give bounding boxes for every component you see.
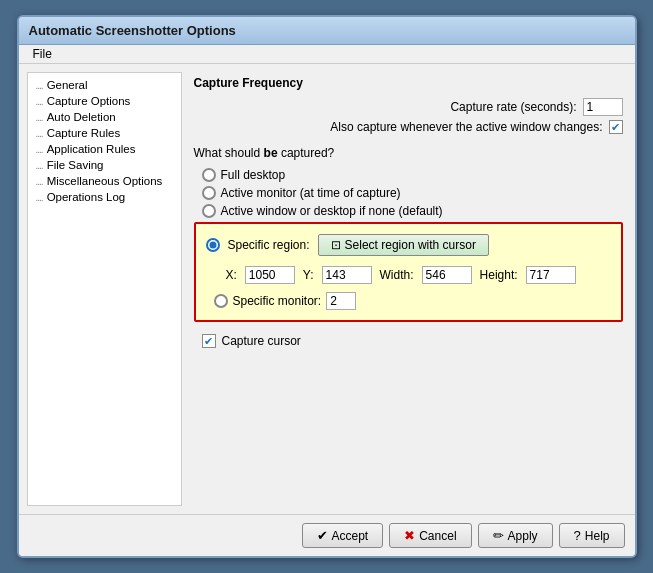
capture-rate-row: Capture rate (seconds): xyxy=(194,98,623,116)
radio-specific-region-label: Specific region: xyxy=(228,238,310,252)
capture-cursor-row: ✔ Capture cursor xyxy=(194,334,623,348)
main-panel: Capture Frequency Capture rate (seconds)… xyxy=(190,72,627,506)
radio-specific-monitor-input[interactable] xyxy=(214,294,228,308)
radio-active-monitor-label: Active monitor (at time of capture) xyxy=(221,186,401,200)
radio-specific-region-input[interactable] xyxy=(206,238,220,252)
menu-bar: File xyxy=(19,45,635,64)
y-input[interactable] xyxy=(322,266,372,284)
sidebar: General Capture Options Auto Deletion Ca… xyxy=(27,72,182,506)
sidebar-item-operations-log[interactable]: Operations Log xyxy=(28,189,181,205)
cancel-label: Cancel xyxy=(419,529,456,543)
dialog: Automatic Screenshotter Options File Gen… xyxy=(17,15,637,558)
radio-full-desktop[interactable]: Full desktop xyxy=(194,168,623,182)
help-label: Help xyxy=(585,529,610,543)
select-region-button[interactable]: ⊡ Select region with cursor xyxy=(318,234,489,256)
accept-label: Accept xyxy=(332,529,369,543)
x-input[interactable] xyxy=(245,266,295,284)
sidebar-label-auto-deletion: Auto Deletion xyxy=(47,111,116,123)
sidebar-item-file-saving[interactable]: File Saving xyxy=(28,157,181,173)
capture-cursor-checkbox[interactable]: ✔ xyxy=(202,334,216,348)
also-capture-row: Also capture whenever the active window … xyxy=(194,120,623,134)
also-capture-label: Also capture whenever the active window … xyxy=(330,120,602,134)
specific-monitor-row: Specific monitor: xyxy=(206,292,611,310)
accept-icon: ✔ xyxy=(317,528,328,543)
what-captured-label: What should be captured? xyxy=(194,146,623,160)
sidebar-label-general: General xyxy=(47,79,88,91)
help-icon: ? xyxy=(574,528,581,543)
title-bar: Automatic Screenshotter Options xyxy=(19,17,635,45)
sidebar-item-misc-options[interactable]: Miscellaneous Options xyxy=(28,173,181,189)
capture-rate-label: Capture rate (seconds): xyxy=(450,100,576,114)
content-area: General Capture Options Auto Deletion Ca… xyxy=(19,64,635,514)
region-icon: ⊡ xyxy=(331,238,341,252)
highlighted-region-box: Specific region: ⊡ Select region with cu… xyxy=(194,222,623,322)
apply-icon: ✏ xyxy=(493,528,504,543)
capture-frequency-title: Capture Frequency xyxy=(194,76,623,90)
x-label: X: xyxy=(226,268,237,282)
apply-label: Apply xyxy=(508,529,538,543)
radio-active-monitor[interactable]: Active monitor (at time of capture) xyxy=(194,186,623,200)
radio-active-monitor-input[interactable] xyxy=(202,186,216,200)
cancel-button[interactable]: ✖ Cancel xyxy=(389,523,471,548)
sidebar-label-file-saving: File Saving xyxy=(47,159,104,171)
width-input[interactable] xyxy=(422,266,472,284)
monitor-input[interactable] xyxy=(326,292,356,310)
sidebar-label-application-rules: Application Rules xyxy=(47,143,136,155)
accept-button[interactable]: ✔ Accept xyxy=(302,523,384,548)
radio-full-desktop-label: Full desktop xyxy=(221,168,286,182)
coords-row: X: Y: Width: Height: xyxy=(206,266,611,284)
sidebar-item-capture-rules[interactable]: Capture Rules xyxy=(28,125,181,141)
sidebar-label-operations-log: Operations Log xyxy=(47,191,126,203)
height-input[interactable] xyxy=(526,266,576,284)
sidebar-item-general[interactable]: General xyxy=(28,77,181,93)
cancel-icon: ✖ xyxy=(404,528,415,543)
select-region-btn-label: Select region with cursor xyxy=(345,238,476,252)
width-label: Width: xyxy=(380,268,414,282)
specific-monitor-label: Specific monitor: xyxy=(233,294,322,308)
height-label: Height: xyxy=(480,268,518,282)
dialog-title: Automatic Screenshotter Options xyxy=(29,23,236,38)
radio-active-window-label: Active window or desktop if none (defaul… xyxy=(221,204,443,218)
sidebar-label-capture-rules: Capture Rules xyxy=(47,127,121,139)
capture-cursor-label: Capture cursor xyxy=(222,334,301,348)
radio-active-window-input[interactable] xyxy=(202,204,216,218)
sidebar-item-capture-options[interactable]: Capture Options xyxy=(28,93,181,109)
apply-button[interactable]: ✏ Apply xyxy=(478,523,553,548)
capture-rate-input[interactable] xyxy=(583,98,623,116)
sidebar-item-auto-deletion[interactable]: Auto Deletion xyxy=(28,109,181,125)
radio-active-window[interactable]: Active window or desktop if none (defaul… xyxy=(194,204,623,218)
sidebar-label-capture-options: Capture Options xyxy=(47,95,131,107)
sidebar-item-application-rules[interactable]: Application Rules xyxy=(28,141,181,157)
sidebar-label-misc-options: Miscellaneous Options xyxy=(47,175,163,187)
footer: ✔ Accept ✖ Cancel ✏ Apply ? Help xyxy=(19,514,635,556)
y-label: Y: xyxy=(303,268,314,282)
specific-region-row: Specific region: ⊡ Select region with cu… xyxy=(206,234,611,256)
radio-full-desktop-input[interactable] xyxy=(202,168,216,182)
also-capture-checkbox[interactable]: ✔ xyxy=(609,120,623,134)
menu-file[interactable]: File xyxy=(27,45,58,63)
help-button[interactable]: ? Help xyxy=(559,523,625,548)
